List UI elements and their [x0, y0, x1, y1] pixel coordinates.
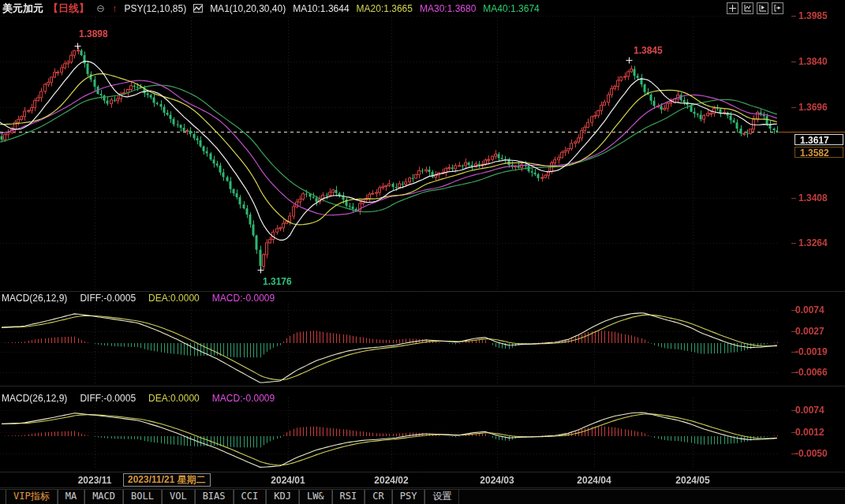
chart-canvas[interactable] — [0, 0, 845, 504]
chart-application: 美元加元 【日线】 ⊖ ↑ PSY(12,10,85) MA1(10,20,30… — [0, 0, 845, 504]
psy-indicator-label[interactable]: PSY(12,10,85) — [124, 3, 186, 14]
price-annotation: 1.3176 — [263, 276, 292, 287]
collapse-circle-icon[interactable]: ⊖ — [96, 3, 105, 13]
macd2-legend: MACD(26,12,9) DIFF:-0.0005 DEA:0.0000 MA… — [2, 393, 275, 404]
ma20-value: MA20:1.3665 — [357, 3, 413, 14]
ma40-value: MA40:1.3674 — [483, 3, 539, 14]
dea-value: DEA:0.0000 — [148, 393, 200, 404]
crosshair-icon[interactable] — [727, 2, 738, 14]
indicator-toolbar: VIP指标MAMACDBOLLVOLBIASCCIKDJLW&RSICRPSY设… — [0, 489, 845, 504]
diff-value: DIFF:-0.0005 — [80, 293, 136, 304]
macd1-axis-tick: -0.0066 — [795, 367, 828, 378]
chart-panel-icon[interactable] — [742, 2, 753, 14]
price-annotation: 1.3845 — [634, 45, 663, 56]
ma30-value: MA30:1.3680 — [420, 3, 476, 14]
diff-value: DIFF:-0.0005 — [80, 393, 136, 404]
macd-params-label[interactable]: MACD(26,12,9) — [2, 393, 67, 404]
macd1-axis-tick: -0.0019 — [795, 346, 828, 357]
toolbar-tab-12[interactable]: 设置 — [424, 490, 459, 504]
ma10-value: MA10:1.3644 — [293, 3, 349, 14]
toolbar-tab-7[interactable]: KDJ — [266, 490, 299, 504]
macd-value: MACD:-0.0009 — [212, 293, 275, 304]
selected-date-box: 2023/11/21 星期二 — [123, 473, 211, 487]
macd2-axis-tick: -0.0050 — [795, 448, 828, 459]
price-axis-tick: 1.3264 — [798, 237, 828, 248]
macd2-axis-tick: 0.0012 — [795, 427, 824, 438]
toolbar-tab-0[interactable]: VIP指标 — [6, 490, 58, 504]
x-axis-label: 2023/11 — [67, 475, 122, 486]
macd-value: MACD:-0.0009 — [212, 393, 275, 404]
macd1-axis-tick: 0.0074 — [795, 304, 824, 315]
toolbar-tab-2[interactable]: MACD — [84, 490, 123, 504]
toolbar-tab-1[interactable]: MA — [58, 490, 84, 504]
x-axis-label: 2024/04 — [566, 475, 622, 486]
x-axis-label: 2024/02 — [364, 475, 419, 486]
up-arrow-icon: ↑ — [112, 2, 118, 14]
chart-play-icon[interactable] — [757, 2, 768, 14]
chart-tool-icons — [727, 2, 783, 14]
toolbar-tab-6[interactable]: CCI — [234, 490, 267, 504]
toolbar-tab-9[interactable]: RSI — [332, 490, 365, 504]
period-label[interactable]: 【日线】 — [48, 2, 89, 16]
price-annotation: 1.3898 — [79, 28, 108, 39]
header-bar: 美元加元 【日线】 ⊖ ↑ PSY(12,10,85) MA1(10,20,30… — [0, 0, 845, 17]
price-axis-tick: 1.3696 — [798, 102, 828, 113]
price-axis-tick: 1.3840 — [798, 56, 828, 67]
x-axis-label: 2024/03 — [469, 475, 525, 486]
exit-chart-icon[interactable] — [772, 2, 783, 14]
toolbar-tab-11[interactable]: PSY — [392, 490, 425, 504]
toolbar-tab-8[interactable]: LW& — [299, 490, 332, 504]
macd1-legend: MACD(26,12,9) DIFF:-0.0005 DEA:0.0000 MA… — [2, 293, 275, 304]
macd-params-label[interactable]: MACD(26,12,9) — [2, 293, 67, 304]
dea-value: DEA:0.0000 — [148, 293, 200, 304]
ma-group-label[interactable]: MA1(10,20,30,40) — [210, 3, 286, 14]
x-axis-label: 2024/05 — [665, 475, 720, 486]
toolbar-tab-10[interactable]: CR — [365, 490, 391, 504]
macd2-axis-tick: 0.0074 — [795, 405, 824, 416]
macd1-axis-tick: 0.0027 — [795, 326, 824, 337]
symbol-name[interactable]: 美元加元 — [2, 2, 43, 16]
ma-indicator-icon[interactable] — [193, 4, 203, 13]
toolbar-tab-3[interactable]: BOLL — [123, 490, 162, 504]
toolbar-tab-4[interactable]: VOL — [162, 490, 195, 504]
toolbar-tab-5[interactable]: BIAS — [195, 490, 234, 504]
prev-close-box: 1.3582 — [795, 147, 843, 158]
current-price-box: 1.3617 — [795, 134, 843, 145]
price-axis-tick: 1.3408 — [798, 192, 828, 203]
x-axis-label: 2024/01 — [260, 475, 316, 486]
